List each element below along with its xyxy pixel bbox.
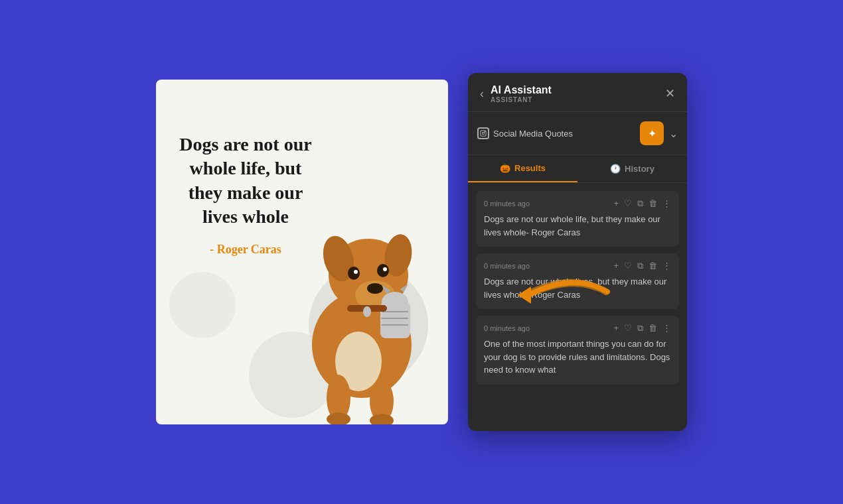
copy-button-2[interactable]: ⧉ xyxy=(637,261,643,270)
panel-title: AI Assistant xyxy=(491,84,552,96)
template-selector[interactable]: Social Media Quotes xyxy=(477,127,635,139)
results-tab-icon: 🎃 xyxy=(500,163,510,173)
result-card-header-1: 0 minutes ago + ♡ ⧉ 🗑 ⋮ xyxy=(484,199,671,208)
copy-button-3[interactable]: ⧉ xyxy=(637,324,643,332)
timestamp-2: 0 minutes ago xyxy=(484,262,530,270)
result-card-2: 0 minutes ago + ♡ ⧉ 🗑 ⋮ Dogs are not our… xyxy=(476,253,679,309)
more-button-3[interactable]: ⋮ xyxy=(662,324,671,332)
panel-header: ‹ AI Assistant ASSISTANT ✕ xyxy=(468,73,687,112)
heart-button-1[interactable]: ♡ xyxy=(624,199,632,208)
result-card-3: 0 minutes ago + ♡ ⧉ 🗑 ⋮ One of the most … xyxy=(476,316,679,385)
more-button-2[interactable]: ⋮ xyxy=(662,261,671,270)
bg-circle-3 xyxy=(169,272,236,338)
results-content: 0 minutes ago + ♡ ⧉ 🗑 ⋮ Dogs are not our… xyxy=(468,183,687,431)
close-button[interactable]: ✕ xyxy=(665,86,675,101)
svg-point-7 xyxy=(354,270,358,274)
add-button-1[interactable]: + xyxy=(613,199,619,208)
social-media-card: Dogs are not our whole life, but they ma… xyxy=(156,80,448,424)
panel-toolbar: Social Media Quotes ✦ ⌄ xyxy=(468,112,687,155)
template-label: Social Media Quotes xyxy=(493,129,573,139)
back-button[interactable]: ‹ xyxy=(480,88,484,99)
timestamp-1: 0 minutes ago xyxy=(484,200,530,208)
magic-icon: ✦ xyxy=(648,127,656,140)
result-card-header-3: 0 minutes ago + ♡ ⧉ 🗑 ⋮ xyxy=(484,324,671,332)
result-actions-2: + ♡ ⧉ 🗑 ⋮ xyxy=(613,261,671,270)
svg-point-5 xyxy=(367,283,383,294)
result-card-1: 0 minutes ago + ♡ ⧉ 🗑 ⋮ Dogs are not our… xyxy=(476,191,679,247)
title-group: AI Assistant ASSISTANT xyxy=(491,84,552,103)
copy-button-1[interactable]: ⧉ xyxy=(637,199,643,208)
svg-point-23 xyxy=(363,306,371,317)
instagram-icon xyxy=(477,127,489,139)
timestamp-3: 0 minutes ago xyxy=(484,324,530,332)
panel-tabs: 🎃 Results 🕐 History xyxy=(468,155,687,183)
tab-history[interactable]: 🕐 History xyxy=(577,155,687,182)
add-button-3[interactable]: + xyxy=(613,324,619,332)
result-actions-1: + ♡ ⧉ 🗑 ⋮ xyxy=(613,199,671,208)
svg-point-27 xyxy=(485,131,485,132)
tab-results[interactable]: 🎃 Results xyxy=(468,155,577,182)
delete-button-1[interactable]: 🗑 xyxy=(649,199,657,208)
ai-assistant-panel: ‹ AI Assistant ASSISTANT ✕ Social Media xyxy=(468,73,687,431)
dog-illustration xyxy=(282,172,441,424)
svg-point-6 xyxy=(348,267,360,280)
results-tab-label: Results xyxy=(514,163,546,173)
heart-button-2[interactable]: ♡ xyxy=(624,261,632,270)
svg-point-8 xyxy=(377,264,389,277)
add-button-2[interactable]: + xyxy=(613,261,619,270)
svg-point-9 xyxy=(383,267,387,271)
result-text-2: Dogs are not our whole lives, but they m… xyxy=(484,275,671,301)
header-left: ‹ AI Assistant ASSISTANT xyxy=(480,84,552,103)
result-text-3: One of the most important things you can… xyxy=(484,338,671,377)
more-button-1[interactable]: ⋮ xyxy=(662,199,671,208)
history-tab-label: History xyxy=(625,164,654,174)
result-card-header-2: 0 minutes ago + ♡ ⧉ 🗑 ⋮ xyxy=(484,261,671,270)
panel-subtitle: ASSISTANT xyxy=(491,96,552,103)
svg-point-26 xyxy=(482,133,484,135)
magic-button[interactable]: ✦ xyxy=(640,121,664,145)
dropdown-button[interactable]: ⌄ xyxy=(669,127,678,140)
heart-button-3[interactable]: ♡ xyxy=(624,324,632,332)
delete-button-3[interactable]: 🗑 xyxy=(649,324,657,332)
result-text-1: Dogs are not our whole life, but they ma… xyxy=(484,213,671,239)
result-actions-3: + ♡ ⧉ 🗑 ⋮ xyxy=(613,324,671,332)
delete-button-2[interactable]: 🗑 xyxy=(649,261,657,270)
history-tab-icon: 🕐 xyxy=(610,164,621,174)
